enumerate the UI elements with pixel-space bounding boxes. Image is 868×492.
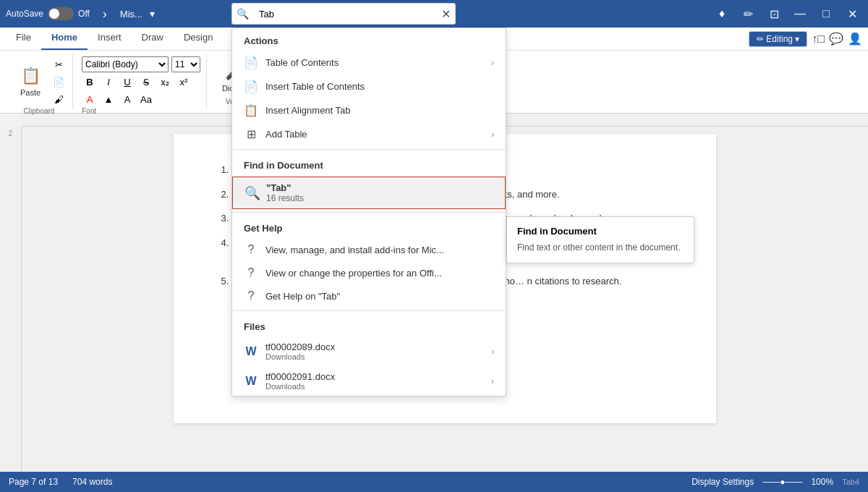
- find-item-count: 16 results: [266, 193, 304, 203]
- find-icon: 🔍: [244, 185, 259, 201]
- close-button[interactable]: ✕: [842, 4, 862, 24]
- search-input[interactable]: [253, 9, 437, 20]
- help-icon-2: ?: [244, 266, 258, 279]
- toc-arrow: ›: [491, 58, 494, 68]
- menu-item-add-table[interactable]: ⊞ Add Table ›: [232, 122, 506, 146]
- share-button[interactable]: ↑□: [812, 33, 825, 46]
- ribbon-icon[interactable]: ♦: [712, 4, 732, 24]
- toc-label: Table of Contents: [265, 57, 339, 68]
- autosave-label: AutoSave: [6, 9, 43, 19]
- tab-design[interactable]: Design: [174, 27, 223, 50]
- tab-insert[interactable]: Insert: [88, 27, 132, 50]
- file-arrow-1: ›: [491, 347, 494, 357]
- zoom-slider-track: ——●——: [762, 477, 802, 487]
- tab-home[interactable]: Home: [41, 27, 88, 50]
- strikethrough-button[interactable]: S̶: [138, 74, 154, 90]
- help-label-3: Get Help on "Tab": [265, 291, 340, 302]
- help-item-3[interactable]: ? Get Help on "Tab": [232, 284, 506, 308]
- menu-item-insert-toc[interactable]: 📄 Insert Table of Contents: [232, 75, 506, 98]
- font-size-select[interactable]: 11: [171, 56, 200, 72]
- help-label-2: View or change the properties for an Off…: [265, 268, 442, 279]
- align-tab-label: Insert Alignment Tab: [265, 105, 351, 116]
- align-tab-icon: 📋: [244, 103, 258, 117]
- editing-button[interactable]: ✏ Editing ▾: [749, 31, 807, 47]
- search-icon: 🔍: [232, 8, 253, 20]
- find-item-title: "Tab": [266, 182, 304, 193]
- insert-toc-icon: 📄: [244, 80, 258, 93]
- window-controls: ♦ ✏ ⊡ — □ ✕: [712, 4, 862, 24]
- file-name-2: tf00002091.docx: [265, 371, 335, 382]
- word-count: 704 words: [72, 477, 112, 487]
- file-item-2[interactable]: W tf00002091.docx Downloads ›: [232, 366, 506, 396]
- help-label-1: View, manage, and install add-ins for Mi…: [265, 245, 444, 255]
- left-margin: 2: [0, 127, 22, 472]
- add-table-arrow: ›: [491, 130, 494, 140]
- ribbon-group-clipboard: 📋 Paste ✂ 📄 🖌 Clipboard: [6, 54, 73, 110]
- italic-button[interactable]: I: [101, 74, 116, 90]
- minimize-button[interactable]: —: [790, 4, 810, 24]
- status-right: Display Settings ——●—— 100% Tab4: [692, 477, 859, 487]
- paste-button[interactable]: 📋 Paste: [12, 60, 49, 103]
- menu-item-toc[interactable]: 📄 Table of Contents ›: [232, 51, 506, 75]
- display-settings[interactable]: Display Settings: [692, 477, 754, 487]
- toc-icon: 📄: [244, 56, 258, 69]
- tooltip-box: Find in Document Find text or other cont…: [506, 216, 694, 263]
- font-shading-button[interactable]: A: [119, 91, 135, 107]
- clipboard-label: Clipboard: [24, 107, 55, 116]
- ribbon-group-font: Calibri (Body) 11 B I U S̶ x₂ x² A ▲ A A…: [76, 54, 207, 110]
- insert-toc-label: Insert Table of Contents: [265, 81, 365, 92]
- app-title: Mis...: [120, 9, 142, 20]
- comments-button[interactable]: 💬: [829, 32, 843, 46]
- file-location-1: Downloads: [265, 352, 335, 361]
- dropdown-arrow[interactable]: ▾: [150, 8, 155, 20]
- expand-icon[interactable]: ›: [103, 7, 107, 22]
- underline-button[interactable]: U: [119, 74, 135, 90]
- bold-button[interactable]: B: [82, 74, 98, 90]
- font-label: Font: [82, 107, 96, 116]
- menu-item-align-tab[interactable]: 📋 Insert Alignment Tab: [232, 98, 506, 122]
- help-item-1[interactable]: ? View, manage, and install add-ins for …: [232, 238, 506, 261]
- font-color-button[interactable]: A: [82, 91, 98, 107]
- autosave-area: AutoSave Off: [6, 7, 90, 20]
- actions-section-title: Actions: [232, 28, 506, 51]
- user-button[interactable]: 👤: [848, 32, 862, 46]
- pen-icon[interactable]: ✏: [738, 4, 758, 24]
- find-in-document-item[interactable]: 🔍 "Tab" 16 results: [232, 177, 506, 209]
- file-arrow-2: ›: [491, 376, 494, 386]
- copy-button[interactable]: 📄: [51, 74, 67, 90]
- tab-file[interactable]: File: [6, 27, 41, 50]
- maximize-button[interactable]: □: [816, 4, 836, 24]
- format-painter-button[interactable]: 🖌: [51, 91, 67, 107]
- help-item-2[interactable]: ? View or change the properties for an O…: [232, 261, 506, 284]
- word-file-icon-2: W: [244, 375, 258, 388]
- add-table-label: Add Table: [265, 129, 307, 140]
- view-icon[interactable]: ⊡: [764, 4, 784, 24]
- autosave-state: Off: [78, 9, 90, 19]
- paste-icon: 📋: [21, 67, 41, 85]
- zoom-level: 100%: [811, 477, 833, 487]
- superscript-button[interactable]: x²: [176, 74, 192, 90]
- case-button[interactable]: Aa: [138, 91, 154, 107]
- paste-label: Paste: [20, 88, 41, 97]
- autosave-toggle[interactable]: [48, 7, 74, 20]
- status-bar: Page 7 of 13 704 words Display Settings …: [0, 472, 868, 492]
- cut-button[interactable]: ✂: [51, 56, 67, 72]
- search-bar[interactable]: 🔍 ✕: [231, 3, 456, 25]
- file-item-1[interactable]: W tf00002089.docx Downloads ›: [232, 336, 506, 366]
- divider-3: [232, 310, 506, 311]
- tab-draw[interactable]: Draw: [132, 27, 174, 50]
- dropdown-menu: Actions 📄 Table of Contents › 📄 Insert T…: [231, 27, 506, 396]
- tooltip-title: Find in Document: [517, 226, 684, 237]
- highlight-button[interactable]: ▲: [101, 91, 116, 107]
- font-select[interactable]: Calibri (Body): [82, 56, 169, 72]
- file-location-2: Downloads: [265, 382, 335, 391]
- add-table-icon: ⊞: [244, 127, 258, 141]
- file-name-1: tf00002089.docx: [265, 342, 335, 352]
- help-icon-3: ?: [244, 289, 258, 302]
- word-file-icon-1: W: [244, 345, 258, 358]
- help-section-title: Get Help: [232, 216, 506, 238]
- find-section-title: Find in Document: [232, 153, 506, 175]
- files-section-title: Files: [232, 314, 506, 336]
- search-clear-button[interactable]: ✕: [437, 7, 455, 21]
- subscript-button[interactable]: x₂: [157, 74, 173, 90]
